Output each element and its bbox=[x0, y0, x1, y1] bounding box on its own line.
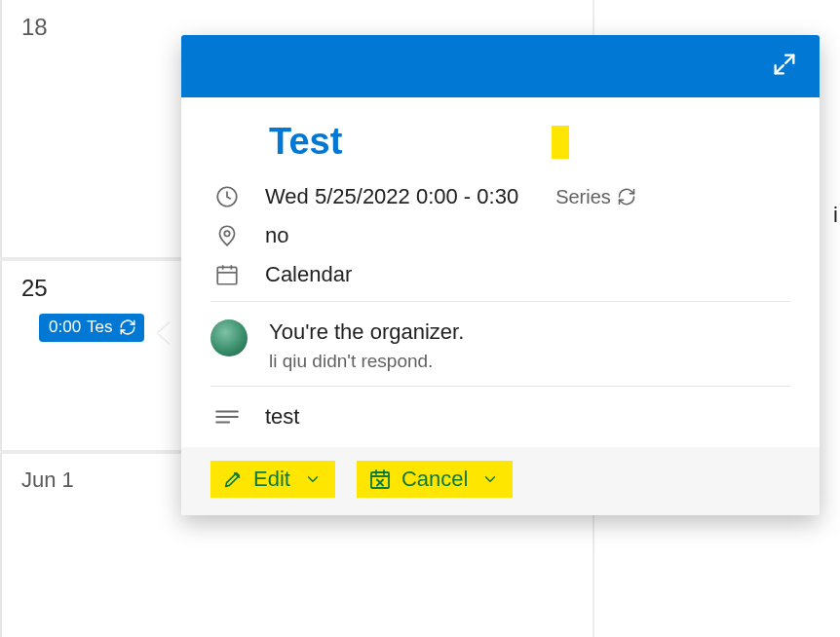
event-description: test bbox=[265, 404, 299, 430]
recurring-icon bbox=[119, 318, 136, 336]
svg-line-0 bbox=[785, 56, 793, 63]
organizer-row: You're the organizer. li qiu didn't resp… bbox=[210, 319, 790, 372]
event-chip-time: 0:00 bbox=[49, 318, 81, 337]
calendar-icon bbox=[210, 262, 244, 287]
attendee-response: li qiu didn't respond. bbox=[269, 351, 464, 372]
popover-footer: Edit Cancel bbox=[181, 447, 820, 515]
organizer-texts: You're the organizer. li qiu didn't resp… bbox=[269, 319, 464, 372]
day-number: 18 bbox=[21, 14, 48, 41]
svg-point-3 bbox=[224, 231, 229, 236]
svg-line-1 bbox=[776, 65, 783, 73]
cancel-label: Cancel bbox=[401, 467, 468, 492]
divider bbox=[210, 386, 790, 387]
expand-icon bbox=[771, 51, 798, 82]
event-title-row: Test bbox=[210, 121, 790, 163]
event-details-popover: Test Wed 5/25/2022 0:00 - 0:30 Series bbox=[181, 35, 820, 515]
chevron-down-icon bbox=[481, 470, 499, 488]
event-datetime: Wed 5/25/2022 0:00 - 0:30 bbox=[265, 184, 518, 209]
event-calendar-name: Calendar bbox=[265, 262, 352, 287]
avatar bbox=[210, 319, 248, 356]
description-icon bbox=[210, 408, 244, 426]
truncated-text: i bbox=[833, 203, 838, 228]
callout-pointer bbox=[158, 321, 172, 345]
clock-icon bbox=[210, 184, 244, 209]
event-calendar-row: Calendar bbox=[210, 262, 790, 287]
edit-button[interactable]: Edit bbox=[210, 461, 335, 498]
series-link[interactable]: Series bbox=[555, 186, 636, 208]
popover-body: Test Wed 5/25/2022 0:00 - 0:30 Series bbox=[181, 97, 820, 430]
event-location: no bbox=[265, 223, 288, 248]
event-chip-title: Tes bbox=[87, 318, 112, 337]
event-description-row: test bbox=[210, 404, 790, 430]
popover-header bbox=[181, 35, 820, 97]
highlight-mark bbox=[552, 126, 569, 159]
event-location-row: no bbox=[210, 223, 790, 248]
event-time-row: Wed 5/25/2022 0:00 - 0:30 Series bbox=[210, 184, 790, 209]
day-number: 25 bbox=[21, 275, 48, 302]
location-icon bbox=[210, 223, 244, 248]
organizer-status: You're the organizer. bbox=[269, 319, 464, 345]
svg-rect-12 bbox=[371, 472, 389, 488]
recurring-icon bbox=[617, 187, 636, 206]
divider bbox=[210, 301, 790, 302]
expand-button[interactable] bbox=[767, 49, 802, 84]
calendar-event-chip[interactable]: 0:00 Tes bbox=[39, 314, 144, 342]
day-number: Jun 1 bbox=[21, 468, 74, 493]
event-title: Test bbox=[269, 121, 342, 163]
series-label: Series bbox=[555, 186, 611, 208]
edit-label: Edit bbox=[253, 467, 290, 492]
svg-rect-4 bbox=[217, 267, 237, 283]
chevron-down-icon bbox=[304, 470, 322, 488]
cancel-button[interactable]: Cancel bbox=[357, 461, 513, 498]
calendar-cancel-icon bbox=[368, 468, 392, 491]
pencil-icon bbox=[222, 468, 244, 490]
